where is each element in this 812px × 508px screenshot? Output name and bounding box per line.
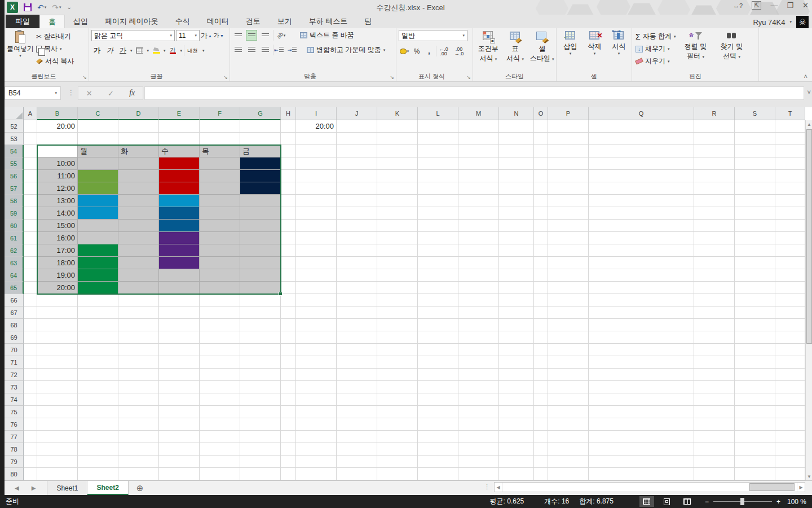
cell-R60[interactable] xyxy=(694,220,735,232)
cell-A76[interactable] xyxy=(24,418,37,431)
save-button[interactable] xyxy=(24,3,32,11)
increase-indent-button[interactable]: ⇥ xyxy=(286,45,298,55)
cell-K65[interactable] xyxy=(377,282,418,294)
cell-P68[interactable] xyxy=(548,319,589,331)
cell-P53[interactable] xyxy=(548,133,589,145)
cell-P69[interactable] xyxy=(548,331,589,344)
row-header-55[interactable]: 55 xyxy=(5,157,24,170)
font-size-select[interactable]: 11▾ xyxy=(176,30,200,41)
cell-G72[interactable] xyxy=(240,369,281,381)
cell-T80[interactable] xyxy=(775,468,805,480)
phonetic-button[interactable]: 내천 xyxy=(184,45,201,56)
cell-A69[interactable] xyxy=(24,331,37,344)
cell-O80[interactable] xyxy=(534,468,548,480)
cell-B67[interactable] xyxy=(37,306,78,319)
cell-H61[interactable] xyxy=(281,232,296,244)
cell-Q80[interactable] xyxy=(589,468,694,480)
cell-K57[interactable] xyxy=(377,182,418,195)
font-color-dropdown-icon[interactable]: ▾ xyxy=(180,49,183,53)
cell-H63[interactable] xyxy=(281,257,296,269)
cell-S71[interactable] xyxy=(735,356,775,369)
cell-D76[interactable] xyxy=(118,418,159,431)
ribbon-tab-팀[interactable]: 팀 xyxy=(356,15,380,28)
cell-E73[interactable] xyxy=(159,381,200,393)
shrink-font-button[interactable]: 가▼ xyxy=(213,30,224,41)
cell-F67[interactable] xyxy=(200,306,240,319)
cell-L59[interactable] xyxy=(418,207,458,220)
cell-J71[interactable] xyxy=(337,356,377,369)
page-layout-view-button[interactable] xyxy=(660,496,674,507)
cell-O67[interactable] xyxy=(534,306,548,319)
cell-F61[interactable] xyxy=(200,232,240,244)
cell-J60[interactable] xyxy=(337,220,377,232)
cell-T54[interactable] xyxy=(775,145,805,157)
cell-I61[interactable] xyxy=(296,232,337,244)
column-header-G[interactable]: G xyxy=(240,107,281,120)
account-name[interactable]: Ryu 74K4 xyxy=(753,18,785,27)
cell-H80[interactable] xyxy=(281,468,296,480)
align-bottom-button[interactable] xyxy=(259,30,271,41)
cell-M75[interactable] xyxy=(458,406,499,418)
cell-R68[interactable] xyxy=(694,319,735,331)
cell-E56[interactable] xyxy=(159,170,200,182)
cell-Q72[interactable] xyxy=(589,369,694,381)
cell-D62[interactable] xyxy=(118,244,159,257)
cell-N63[interactable] xyxy=(499,257,534,269)
cell-F74[interactable] xyxy=(200,393,240,406)
cell-J61[interactable] xyxy=(337,232,377,244)
cell-E63[interactable] xyxy=(159,257,200,269)
cell-L68[interactable] xyxy=(418,319,458,331)
cell-F58[interactable] xyxy=(200,195,240,207)
cell-S63[interactable] xyxy=(735,257,775,269)
cell-P72[interactable] xyxy=(548,369,589,381)
cell-C63[interactable] xyxy=(78,257,118,269)
cell-F69[interactable] xyxy=(200,331,240,344)
cell-O65[interactable] xyxy=(534,282,548,294)
cell-N55[interactable] xyxy=(499,157,534,170)
cell-A70[interactable] xyxy=(24,344,37,356)
cell-S52[interactable] xyxy=(735,120,775,133)
cell-M64[interactable] xyxy=(458,269,499,282)
cell-K71[interactable] xyxy=(377,356,418,369)
minimize-button[interactable]: — xyxy=(770,1,778,10)
cell-Q67[interactable] xyxy=(589,306,694,319)
cell-Q76[interactable] xyxy=(589,418,694,431)
cell-E71[interactable] xyxy=(159,356,200,369)
cell-F55[interactable] xyxy=(200,157,240,170)
cell-I62[interactable] xyxy=(296,244,337,257)
cell-F65[interactable] xyxy=(200,282,240,294)
cell-K53[interactable] xyxy=(377,133,418,145)
cell-P61[interactable] xyxy=(548,232,589,244)
cell-G59[interactable] xyxy=(240,207,281,220)
cell-I59[interactable] xyxy=(296,207,337,220)
cell-A58[interactable] xyxy=(24,195,37,207)
cell-S55[interactable] xyxy=(735,157,775,170)
cell-K77[interactable] xyxy=(377,431,418,443)
cell-L71[interactable] xyxy=(418,356,458,369)
cell-M58[interactable] xyxy=(458,195,499,207)
cell-C54[interactable]: 월 xyxy=(78,145,118,157)
cell-H65[interactable] xyxy=(281,282,296,294)
cell-S61[interactable] xyxy=(735,232,775,244)
cell-F77[interactable] xyxy=(200,431,240,443)
cell-S57[interactable] xyxy=(735,182,775,195)
cell-L74[interactable] xyxy=(418,393,458,406)
cell-R77[interactable] xyxy=(694,431,735,443)
cell-C78[interactable] xyxy=(78,443,118,456)
cell-K59[interactable] xyxy=(377,207,418,220)
ribbon-tab-파일[interactable]: 파일 xyxy=(6,15,39,28)
cell-C62[interactable] xyxy=(78,244,118,257)
cell-A74[interactable] xyxy=(24,393,37,406)
cell-R65[interactable] xyxy=(694,282,735,294)
cell-M60[interactable] xyxy=(458,220,499,232)
column-header-O[interactable]: O xyxy=(534,107,548,120)
merge-center-button[interactable]: 병합하고 가운데 맞춤▾ xyxy=(306,45,386,55)
cell-styles-button[interactable]: 셀 스타일 ▾ xyxy=(529,30,555,72)
cell-S53[interactable] xyxy=(735,133,775,145)
row-header-70[interactable]: 70 xyxy=(5,344,24,356)
row-header-73[interactable]: 73 xyxy=(5,381,24,393)
prev-sheet-icon[interactable]: ◀ xyxy=(15,485,19,491)
ribbon-tab-데이터[interactable]: 데이터 xyxy=(198,15,237,28)
cell-G52[interactable] xyxy=(240,120,281,133)
column-header-J[interactable]: J xyxy=(337,107,377,120)
